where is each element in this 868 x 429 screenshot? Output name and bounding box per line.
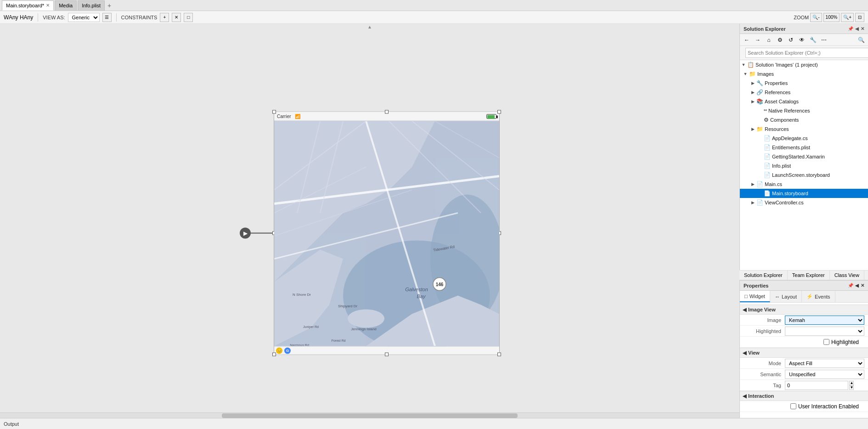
panel-pin-icon[interactable]: 📌 <box>848 26 853 31</box>
canvas-area[interactable]: ▲ ▶ Carrier 📶 <box>0 24 739 418</box>
se-toolbar-btn-4[interactable]: ⚙ <box>775 35 785 45</box>
bottom-tab-solution-explorer[interactable]: Solution Explorer <box>739 271 788 280</box>
se-toolbar-btn-2[interactable]: → <box>753 35 763 45</box>
canvas-scrollbar-thumb[interactable] <box>222 413 518 418</box>
expander-entitlements[interactable] <box>756 144 764 151</box>
tag-up-btn[interactable]: ▲ <box>849 381 854 385</box>
interaction-section-header[interactable]: ◀ Interaction <box>740 391 868 401</box>
mode-value-container[interactable]: Aspect Fill <box>785 359 864 368</box>
expander-solution[interactable]: ▼ <box>740 61 747 68</box>
tab-info-plist[interactable]: Info.plist <box>78 0 105 11</box>
tag-down-btn[interactable]: ▼ <box>849 385 854 390</box>
expander-main-cs[interactable]: ▶ <box>749 181 756 188</box>
tree-item-appdelegate[interactable]: 📄 AppDelegate.cs <box>740 134 868 143</box>
tree-item-main-storyboard[interactable]: 📄 Main.storyboard <box>740 189 868 198</box>
tree-item-resources[interactable]: ▶ 📁 Resources <box>740 124 868 134</box>
expander-getting-started[interactable] <box>756 153 764 160</box>
resize-handle-top-right[interactable] <box>497 110 501 114</box>
canvas-scrollbar-h[interactable] <box>0 412 739 418</box>
properties-auto-hide-icon[interactable]: ◀ <box>855 283 859 288</box>
view-controller-frame[interactable]: Carrier 📶 <box>274 112 500 355</box>
resize-handle-bot-left[interactable] <box>272 353 276 356</box>
mode-select[interactable]: Aspect Fill <box>785 359 864 368</box>
se-toolbar-btn-6[interactable]: 👁 <box>797 35 807 45</box>
semantic-select[interactable]: Unspecified <box>785 370 864 379</box>
expander-properties[interactable]: ▶ <box>749 79 756 87</box>
tree-item-native-references[interactable]: ** Native References <box>740 106 868 115</box>
expander-viewcontroller[interactable]: ▶ <box>749 199 756 206</box>
solution-explorer-tree[interactable]: ▼ 📋 Solution 'Images' (1 project) ▼ 📁 Im… <box>740 60 868 270</box>
resize-handle-bot-center[interactable] <box>385 353 389 356</box>
se-toolbar-btn-1[interactable]: ← <box>742 35 752 45</box>
resize-handle-bot-right[interactable] <box>497 353 501 356</box>
tab-main-storyboard-close[interactable]: ✕ <box>46 3 50 8</box>
view-as-select[interactable]: Generic <box>68 13 100 22</box>
tree-item-components[interactable]: ⚙ Components <box>740 115 868 124</box>
expander-launch-screen[interactable] <box>756 171 764 179</box>
panel-auto-hide-icon[interactable]: ◀ <box>855 26 859 31</box>
resize-handle-top-center[interactable] <box>385 110 389 114</box>
se-toolbar-btn-3[interactable]: ⌂ <box>764 35 774 45</box>
constraints-btn-3[interactable]: □ <box>184 13 193 22</box>
highlighted-select[interactable] <box>785 327 864 336</box>
se-search-icon[interactable]: 🔍 <box>856 35 866 45</box>
se-toolbar-btn-5[interactable]: ↺ <box>786 35 796 45</box>
prop-tab-widget[interactable]: □ Widget <box>740 291 770 302</box>
expander-native-references[interactable] <box>756 107 764 114</box>
se-toolbar-btn-8[interactable]: ⋯ <box>819 35 829 45</box>
constraints-btn-2[interactable]: ✕ <box>172 13 181 22</box>
bottom-tab-class-view[interactable]: Class View <box>830 271 864 280</box>
expander-info-plist[interactable] <box>756 162 764 169</box>
prop-tab-events[interactable]: ⚡ Events <box>802 291 835 302</box>
tree-item-images[interactable]: ▼ 📁 Images <box>740 69 868 79</box>
solution-search-input[interactable] <box>745 48 868 58</box>
properties-pin-icon[interactable]: 📌 <box>848 283 853 288</box>
add-tab-button[interactable]: + <box>106 2 113 9</box>
resize-handle-top-left[interactable] <box>272 110 276 114</box>
tree-item-entitlements[interactable]: 📄 Entitlements.plist <box>740 143 868 152</box>
tree-item-launch-screen[interactable]: 📄 LaunchScreen.storyboard <box>740 170 868 180</box>
highlighted-value-container[interactable] <box>785 327 864 336</box>
tree-item-properties[interactable]: ▶ 🔧 Properties <box>740 79 868 88</box>
expander-appdelegate[interactable] <box>756 135 764 142</box>
tree-item-info-plist[interactable]: 📄 Info.plist <box>740 161 868 170</box>
zoom-out-btn[interactable]: 🔍- <box>810 13 822 22</box>
image-value-container[interactable]: Kemah <box>785 316 864 325</box>
expander-images[interactable]: ▼ <box>742 70 749 78</box>
tab-media-label: Media <box>59 3 73 8</box>
tree-item-viewcontroller[interactable]: ▶ 📄 ViewController.cs <box>740 198 868 207</box>
zoom-fit-btn[interactable]: ⊡ <box>855 13 864 22</box>
map-container[interactable]: 146 Galveston Bay Tidewater Rd Shipyard … <box>274 121 499 346</box>
user-interaction-checkbox[interactable] <box>790 403 796 409</box>
panel-close-icon[interactable]: ✕ <box>861 26 864 31</box>
image-view-section-header[interactable]: ◀ Image View <box>740 305 868 315</box>
expander-asset-catalogs[interactable]: ▶ <box>749 98 756 105</box>
properties-close-icon[interactable]: ✕ <box>861 283 864 288</box>
tag-value-container[interactable]: ▲ ▼ <box>785 381 864 390</box>
expander-resources[interactable]: ▶ <box>749 125 756 133</box>
zoom-100-btn[interactable]: 100% <box>823 13 840 22</box>
constraints-btn-1[interactable]: + <box>160 13 169 22</box>
tag-spinner[interactable]: ▲ ▼ <box>849 381 854 390</box>
expander-references[interactable]: ▶ <box>749 89 756 96</box>
tree-item-getting-started[interactable]: 📄 GettingStarted.Xamarin <box>740 152 868 161</box>
tab-main-storyboard[interactable]: Main.storyboard* ✕ <box>2 0 54 11</box>
tree-item-references[interactable]: ▶ 🔗 References <box>740 88 868 97</box>
prop-tab-layout[interactable]: ↔ Layout <box>770 291 802 302</box>
bottom-tab-team-explorer[interactable]: Team Explorer <box>788 271 830 280</box>
tag-input[interactable] <box>785 381 848 390</box>
zoom-in-btn[interactable]: 🔍+ <box>841 13 854 22</box>
expander-components[interactable] <box>756 116 764 124</box>
semantic-value-container[interactable]: Unspecified <box>785 370 864 379</box>
view-options-btn[interactable]: ☰ <box>102 13 112 22</box>
tree-item-main-cs[interactable]: ▶ 📄 Main.cs <box>740 180 868 189</box>
widget-icon: □ <box>744 294 748 299</box>
highlighted-checkbox[interactable] <box>823 339 829 345</box>
tree-item-asset-catalogs[interactable]: ▶ 📚 Asset Catalogs <box>740 97 868 106</box>
tab-media[interactable]: Media <box>55 0 77 11</box>
se-toolbar-btn-7[interactable]: 🔧 <box>808 35 818 45</box>
view-section-header[interactable]: ◀ View <box>740 348 868 358</box>
image-select[interactable]: Kemah <box>785 316 864 325</box>
tree-item-solution-root[interactable]: ▼ 📋 Solution 'Images' (1 project) <box>740 60 868 69</box>
expander-main-storyboard[interactable] <box>756 190 764 197</box>
